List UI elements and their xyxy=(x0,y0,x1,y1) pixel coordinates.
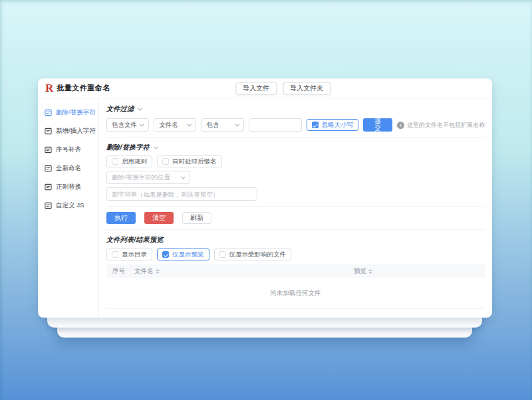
sidebar-item-insert[interactable]: 新增/插入字符 xyxy=(38,122,98,140)
filter-operator-select[interactable]: 包含 xyxy=(201,118,243,132)
enable-rule-label: 启用规则 xyxy=(122,157,147,166)
chevron-down-icon[interactable] xyxy=(154,144,158,149)
checkbox-checked-icon xyxy=(312,122,319,128)
position-select[interactable]: 删除/替换字符的位置 xyxy=(106,171,190,184)
app-window: R 批量文件重命名 导入文件 导入文件夹 删除/替换字符 xyxy=(38,78,492,318)
chevron-down-icon xyxy=(187,122,192,126)
section-divider xyxy=(106,137,485,138)
sidebar-item-regex-replace[interactable]: 正则替换 xyxy=(38,177,98,196)
show-directory-label: 显示目录 xyxy=(122,250,147,259)
form-icon xyxy=(45,183,52,191)
sidebar-item-label: 序号补齐 xyxy=(56,146,81,154)
chevron-down-icon xyxy=(235,122,239,126)
column-header-index: 序号 xyxy=(112,267,125,276)
filter-keyword-input[interactable] xyxy=(249,118,302,132)
form-icon xyxy=(45,109,52,116)
chevron-down-icon[interactable] xyxy=(138,106,142,110)
hint-text: 这里的文件名不包括扩展名称 xyxy=(407,121,485,130)
select-value: 包含文件 xyxy=(112,121,137,130)
column-header-filename: 文件名 xyxy=(134,267,154,276)
clear-button[interactable]: 清空 xyxy=(144,212,174,224)
submit-button[interactable]: 提交 xyxy=(363,118,392,132)
info-icon xyxy=(397,122,404,129)
sidebar-item-label: 自定义 JS xyxy=(56,201,84,210)
form-icon xyxy=(45,146,52,153)
list-options: 显示目录 仅显示预览 仅显示受影响的文件 xyxy=(106,249,485,260)
action-bar: 执行 清空 刷新 xyxy=(106,212,485,224)
form-icon xyxy=(45,128,52,135)
ignore-case-label: 忽略大小写 xyxy=(322,121,354,130)
checkbox-unchecked-icon xyxy=(112,158,118,165)
sidebar-item-rename-new[interactable]: 全新命名 xyxy=(38,159,98,177)
filename-hint: 这里的文件名不包括扩展名称 xyxy=(397,121,485,130)
section-divider xyxy=(106,229,485,230)
sidebar: 删除/替换字符 新增/插入字符 序号补齐 xyxy=(38,98,99,317)
main-content: 文件过滤 包含文件 文件名 包含 xyxy=(99,98,492,317)
select-value: 包含 xyxy=(206,121,219,130)
rule-section-title: 删除/替换字符 xyxy=(106,143,150,152)
empty-state-text: 尚未加载任何文件 xyxy=(271,289,321,298)
form-icon xyxy=(45,165,52,172)
empty-state: 尚未加载任何文件 xyxy=(106,278,485,309)
column-header-preview: 预览 xyxy=(354,267,366,276)
execute-button[interactable]: 执行 xyxy=(106,212,136,224)
header-actions: 导入文件 导入文件夹 xyxy=(235,82,331,94)
sidebar-item-label: 新增/插入字符 xyxy=(56,127,96,136)
form-icon xyxy=(45,202,52,209)
brand: R 批量文件重命名 xyxy=(45,82,110,94)
sidebar-item-sequence-pad[interactable]: 序号补齐 xyxy=(38,140,98,159)
chevron-down-icon xyxy=(140,122,144,126)
preview-only-label: 仅显示预览 xyxy=(172,250,204,259)
file-table: 序号 文件名 预览 尚未加载任何文件 xyxy=(106,264,485,309)
new-string-input[interactable] xyxy=(106,187,257,201)
filter-section-title: 文件过滤 xyxy=(106,104,134,114)
chevron-down-icon xyxy=(181,174,186,179)
filter-controls: 包含文件 文件名 包含 忽略大小写 xyxy=(106,118,485,132)
desktop-background: R 批量文件重命名 导入文件 导入文件夹 删除/替换字符 xyxy=(0,0,532,400)
sort-caret[interactable] xyxy=(368,269,372,274)
app-logo: R xyxy=(45,82,53,94)
table-header: 序号 文件名 预览 xyxy=(106,264,485,278)
list-section-title: 文件列表/结果预览 xyxy=(106,235,163,245)
preview-only-checkbox[interactable]: 仅显示预览 xyxy=(157,249,209,260)
select-value: 文件名 xyxy=(159,121,178,130)
filter-scope-select[interactable]: 包含文件 xyxy=(106,118,149,132)
sidebar-item-delete-replace[interactable]: 删除/替换字符 xyxy=(38,103,98,122)
app-header: R 批量文件重命名 导入文件 导入文件夹 xyxy=(38,78,492,98)
process-suffix-checkbox[interactable]: 同时处理后缀名 xyxy=(157,155,222,167)
sidebar-item-label: 删除/替换字符 xyxy=(56,108,96,117)
affected-only-label: 仅显示受影响的文件 xyxy=(229,250,287,259)
section-divider xyxy=(106,206,485,207)
process-suffix-label: 同时处理后缀名 xyxy=(172,157,217,166)
checkbox-unchecked-icon xyxy=(162,158,169,165)
refresh-button[interactable]: 刷新 xyxy=(182,212,211,224)
sidebar-item-label: 正则替换 xyxy=(56,183,81,191)
sort-caret[interactable] xyxy=(156,269,160,274)
select-placeholder: 删除/替换字符的位置 xyxy=(112,173,170,182)
enable-rule-checkbox[interactable]: 启用规则 xyxy=(106,155,152,167)
rule-controls: 启用规则 同时处理后缀名 删除/替换字符的位置 xyxy=(106,155,485,201)
affected-only-checkbox[interactable]: 仅显示受影响的文件 xyxy=(214,249,292,260)
checkbox-checked-icon xyxy=(162,251,169,258)
sidebar-item-custom-js[interactable]: 自定义 JS xyxy=(38,196,98,215)
import-folder-button[interactable]: 导入文件夹 xyxy=(283,82,331,94)
show-directory-checkbox[interactable]: 显示目录 xyxy=(106,249,152,260)
sidebar-item-label: 全新命名 xyxy=(56,164,81,173)
checkbox-unchecked-icon xyxy=(219,251,226,258)
ignore-case-checkbox[interactable]: 忽略大小写 xyxy=(307,119,359,131)
import-file-button[interactable]: 导入文件 xyxy=(235,82,277,94)
app-title: 批量文件重命名 xyxy=(57,83,110,93)
checkbox-unchecked-icon xyxy=(112,251,118,258)
filter-field-select[interactable]: 文件名 xyxy=(154,118,196,132)
